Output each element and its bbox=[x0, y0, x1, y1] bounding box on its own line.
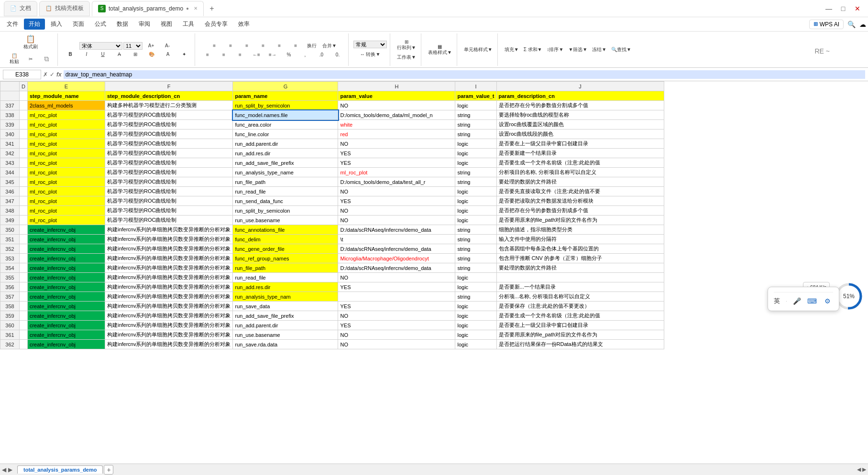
cell-J-description[interactable]: 是否要把读取的文件数据发送给分析模块 bbox=[496, 196, 664, 206]
cell-H-param-value[interactable]: YES bbox=[338, 196, 455, 206]
cell-I-param-type[interactable]: logic bbox=[455, 149, 496, 158]
cell-E-step-module[interactable]: create_infercnv_obj bbox=[27, 321, 105, 330]
cell-G-param-name[interactable]: run_read_file bbox=[233, 273, 338, 282]
col-H-name[interactable]: param_value bbox=[338, 91, 455, 101]
cell-D[interactable] bbox=[20, 120, 28, 130]
convert-button[interactable]: ↔ 转换▼ bbox=[358, 50, 383, 59]
align-right[interactable]: ≡ bbox=[232, 51, 248, 58]
cell-J-description[interactable]: 设置roc曲线线段的颜色 bbox=[496, 130, 664, 139]
menu-formula[interactable]: 公式 bbox=[90, 19, 111, 30]
col-I-name[interactable]: param_value_t bbox=[455, 91, 496, 101]
cell-F-description[interactable]: 机器学习模型的ROC曲线绘制 bbox=[105, 196, 233, 206]
cell-E-step-module[interactable]: ml_roc_plot bbox=[27, 216, 105, 225]
tab-spreadsheet[interactable]: S total_analysis_params_demo ● ✕ bbox=[92, 1, 204, 16]
cell-I-param-type[interactable]: logic bbox=[455, 321, 496, 330]
cell-J-description[interactable]: 包含用于推断 CNV 的参考（正常）细胞分子 bbox=[496, 254, 664, 263]
cell-H-param-value[interactable]: YES bbox=[338, 302, 455, 311]
cell-G-param-name[interactable]: func_line.color bbox=[233, 130, 338, 139]
cell-J-description[interactable]: 是否要用原来的file_path对应的文件名作为 bbox=[496, 330, 664, 340]
insert-function-icon[interactable]: fx bbox=[56, 71, 62, 78]
add-sheet-button[interactable]: + bbox=[104, 465, 113, 475]
cell-F-description[interactable]: 机器学习模型的ROC曲线绘制 bbox=[105, 177, 233, 187]
cell-D[interactable] bbox=[20, 302, 28, 311]
cell-J-description[interactable]: 要处理的数据的文件路径 bbox=[496, 177, 664, 187]
cell-E-step-module[interactable]: ml_roc_plot bbox=[27, 187, 105, 196]
cell-D[interactable] bbox=[20, 225, 28, 235]
cell-D[interactable] bbox=[20, 130, 28, 139]
cell-F-description[interactable]: 机器学习模型的ROC曲线绘制 bbox=[105, 216, 233, 225]
cell-H-param-value[interactable]: NO bbox=[338, 273, 455, 282]
cell-D[interactable] bbox=[20, 158, 28, 168]
align-top-center[interactable]: ≡ bbox=[223, 42, 238, 49]
paste-button[interactable]: 📋 粘贴 bbox=[7, 52, 22, 66]
cell-D[interactable] bbox=[20, 139, 28, 149]
cell-E-step-module[interactable]: 2class_ml_models bbox=[27, 101, 105, 110]
font-family-select[interactable]: 宋体 bbox=[79, 42, 122, 50]
filter-button[interactable]: ▼筛选▼ bbox=[566, 45, 589, 54]
sheet-area[interactable]: D E F G H I J step_module_name bbox=[0, 81, 868, 464]
cell-G-param-name[interactable]: func_area.color bbox=[233, 120, 338, 130]
menu-vip[interactable]: 会员专享 bbox=[200, 19, 232, 30]
col-header-E[interactable]: E bbox=[27, 82, 105, 91]
cell-F-description[interactable]: 机器学习模型的ROC曲线绘制 bbox=[105, 139, 233, 149]
align-left-col[interactable]: ≡ bbox=[255, 42, 271, 49]
cell-I-param-type[interactable]: logic bbox=[455, 216, 496, 225]
menu-review[interactable]: 审阅 bbox=[134, 19, 155, 30]
fill-button[interactable]: 填充▼ bbox=[503, 45, 521, 54]
cell-H-param-value[interactable]: D:/omics_tools/demo_data/test_all_r bbox=[338, 177, 455, 187]
cell-D[interactable] bbox=[20, 292, 28, 302]
menu-view[interactable]: 视图 bbox=[156, 19, 177, 30]
cell-F-description[interactable]: 构建infercnv系列的单细胞拷贝数变异推断的分析对象 bbox=[105, 244, 233, 254]
cell-H-param-value[interactable] bbox=[338, 292, 455, 302]
cell-E-step-module[interactable]: create_infercnv_obj bbox=[27, 263, 105, 273]
cell-G-param-name[interactable]: run_use.basename bbox=[233, 330, 338, 340]
cell-J-description[interactable]: 是否把存在分号的参数值分割成多个值 bbox=[496, 101, 664, 110]
cell-F-description[interactable]: 构建infercnv系列的单细胞拷贝数变异推断的分析对象 bbox=[105, 282, 233, 292]
cell-G-param-name[interactable]: func_model.names.file bbox=[233, 110, 338, 120]
cell-D[interactable] bbox=[20, 149, 28, 158]
keyboard-icon[interactable]: ⌨ bbox=[806, 295, 818, 307]
cell-F-description[interactable]: 构建infercnv系列的单细胞拷贝数变异推断的分析对象 bbox=[105, 330, 233, 340]
cell-I-param-type[interactable]: string bbox=[455, 120, 496, 130]
cell-J-description[interactable]: 是否把运行结果保存一份RData格式的结果文 bbox=[496, 340, 664, 349]
cell-H-param-value[interactable]: \t bbox=[338, 235, 455, 244]
cell-H-param-value[interactable]: YES bbox=[338, 149, 455, 158]
align-left[interactable]: ≡ bbox=[200, 51, 215, 58]
copy-button[interactable]: ⿻ bbox=[39, 55, 55, 63]
cell-J-description[interactable]: 设置roc曲线覆盖区域的颜色 bbox=[496, 120, 664, 130]
cell-D[interactable] bbox=[20, 273, 28, 282]
close-button[interactable]: ✕ bbox=[851, 2, 864, 15]
font-decrease-button[interactable]: A- bbox=[160, 42, 175, 49]
col-J-name[interactable]: param_description_cn bbox=[496, 91, 664, 101]
cell-I-param-type[interactable]: logic bbox=[455, 282, 496, 292]
cell-I-param-type[interactable]: string bbox=[455, 130, 496, 139]
cell-G-param-name[interactable]: run_split_by_semicolon bbox=[233, 101, 338, 110]
cell-J-description[interactable]: 细胞的描述，指示细胞类型分类 bbox=[496, 225, 664, 235]
cell-H-param-value[interactable]: NO bbox=[338, 311, 455, 321]
cell-D[interactable] bbox=[20, 216, 28, 225]
cell-G-param-name[interactable]: run_use.basename bbox=[233, 216, 338, 225]
cell-E-step-module[interactable]: create_infercnv_obj bbox=[27, 225, 105, 235]
cell-H-param-value[interactable]: NO bbox=[338, 139, 455, 149]
cell-F-description[interactable]: 构建infercnv系列的单细胞拷贝数变异推断的分析对象 bbox=[105, 254, 233, 263]
cell-I-param-type[interactable]: string bbox=[455, 263, 496, 273]
cell-E-step-module[interactable]: create_infercnv_obj bbox=[27, 330, 105, 340]
cell-D[interactable] bbox=[20, 168, 28, 177]
cell-H-param-value[interactable]: Microglia/Macrophage/Oligodendrocyt bbox=[338, 254, 455, 263]
clear-button[interactable]: ✦ bbox=[176, 51, 192, 58]
cell-E-step-module[interactable]: ml_roc_plot bbox=[27, 120, 105, 130]
cell-E-step-module[interactable]: create_infercnv_obj bbox=[27, 244, 105, 254]
cell-E-step-module[interactable]: ml_roc_plot bbox=[27, 158, 105, 168]
cell-G-param-name[interactable]: run_add_save_file_prefix bbox=[233, 158, 338, 168]
wrap-button[interactable]: 换行 bbox=[304, 42, 319, 50]
cell-I-param-type[interactable]: logic bbox=[455, 196, 496, 206]
comma-format[interactable]: , bbox=[297, 51, 313, 58]
cell-F-description[interactable]: 机器学习模型的ROC曲线绘制 bbox=[105, 158, 233, 168]
cell-D[interactable] bbox=[20, 196, 28, 206]
cell-G-param-name[interactable]: func_ref_group_names bbox=[233, 254, 338, 263]
cell-E-step-module[interactable]: ml_roc_plot bbox=[27, 196, 105, 206]
cell-J-description[interactable]: 输入文件中使用的分隔符 bbox=[496, 235, 664, 244]
cell-F-description[interactable]: 机器学习模型的ROC曲线绘制 bbox=[105, 168, 233, 177]
cell-H-param-value[interactable]: YES bbox=[338, 321, 455, 330]
scroll-left-icon[interactable]: ◀ bbox=[2, 466, 6, 473]
